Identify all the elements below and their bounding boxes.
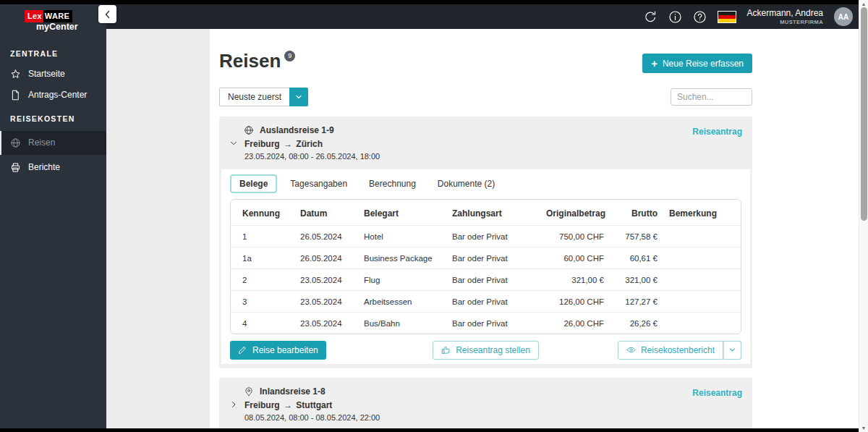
trip-dates: 08.05.2024, 08:00 - 08.05.2024, 22:00 [244,413,692,422]
col-header: Zahlungsart [452,208,546,219]
trip-count-badge: 9 [284,51,295,62]
card-footer-strip [219,364,752,368]
tab-berechnung[interactable]: Berechnung [360,175,425,192]
trip-info: Inlandsreise 1-8 Freiburg → Stuttgart 08… [244,386,692,422]
trip-route: Freiburg → Zürich [244,139,692,149]
back-button[interactable] [98,5,116,23]
reiseantrag-link[interactable]: Reiseantrag [692,127,742,137]
table-row[interactable]: 3 23.05.2024 Arbeitsessen Bar oder Priva… [231,290,741,312]
sort-value: Neuste zuerst [219,88,289,106]
sidebar-nav: ZENTRALE Startseite Antrags-Center REISE… [0,41,106,178]
main-area: Reisen9 + Neue Reise erfassen Neuste zue… [106,29,859,428]
top-header-bar: Ackermann, Andrea MUSTERFIRMA AA [106,4,859,29]
trip-dates: 23.05.2024, 08:00 - 26.05.2024, 18:00 [244,152,692,161]
logo-lex: Lex [25,10,43,22]
page-title: Reisen [219,50,281,72]
plus-icon: + [651,58,658,69]
trip-tabs: Belege Tagesangaben Berechnung Dokumente… [230,174,741,193]
trip-route: Freiburg → Stuttgart [244,400,692,410]
user-name: Ackermann, Andrea [747,8,823,18]
table-row[interactable]: 2 23.05.2024 Flug Bar oder Privat 321,00… [231,268,741,290]
vertical-scrollbar[interactable]: ▲ ▼ [859,0,868,432]
col-header: Belegart [364,208,452,219]
user-block: Ackermann, Andrea MUSTERFIRMA [747,8,823,25]
language-flag-german[interactable] [718,11,736,23]
trip-card-header[interactable]: Auslandsreise 1-9 Freiburg → Zürich 23.0… [219,117,752,169]
printer-icon [10,162,21,173]
sidebar-item-label: Startseite [28,69,65,79]
document-icon [10,90,21,101]
sidebar-item-antrags-center[interactable]: Antrags-Center [0,85,106,106]
pencil-icon [238,345,247,355]
eye-icon [626,345,636,355]
travel-report-button[interactable]: Reisekostenbericht [618,341,723,360]
scroll-up-arrow[interactable]: ▲ [859,1,868,7]
tab-tagesangaben[interactable]: Tagesangaben [281,175,356,192]
star-icon [10,69,21,80]
sidebar-item-berichte[interactable]: Berichte [0,157,106,178]
lexware-logo: LexWARE myCenter [0,4,106,32]
expand-toggle[interactable] [224,400,244,409]
new-trip-button[interactable]: + Neue Reise erfassen [642,54,752,73]
content-panel: Reisen9 + Neue Reise erfassen Neuste zue… [210,29,859,428]
globe-icon [10,137,21,148]
report-split-button: Reisekostenbericht [618,341,741,360]
col-header: Kennung [242,208,300,219]
chevron-down-icon [728,346,736,354]
edit-trip-button[interactable]: Reise bearbeiten [230,341,326,360]
arrow-right-icon: → [282,400,294,410]
scroll-down-arrow[interactable]: ▼ [859,425,868,431]
thumbs-up-icon [441,345,451,355]
sidebar-item-reisen[interactable]: Reisen [0,131,106,155]
report-dropdown-button[interactable] [723,341,741,360]
avatar[interactable]: AA [834,7,853,26]
chevron-right-icon [229,400,238,409]
table-row[interactable]: 4 23.05.2024 Bus/Bahn Bar oder Privat 26… [231,312,741,334]
chevron-down-icon [229,139,238,148]
col-header: Brutto [604,208,658,219]
trip-card-header[interactable]: Inlandsreise 1-8 Freiburg → Stuttgart 08… [219,378,752,428]
refresh-icon[interactable] [644,10,658,24]
chevron-left-icon [103,9,113,20]
trip-info: Auslandsreise 1-9 Freiburg → Zürich 23.0… [244,125,692,161]
reiseantrag-link[interactable]: Reiseantrag [692,388,742,398]
nav-section-zentrale: ZENTRALE [0,41,106,64]
trip-card-body: Belege Tagesangaben Berechnung Dokumente… [221,169,750,364]
trip-card-inlandsreise-1-8: Inlandsreise 1-8 Freiburg → Stuttgart 08… [219,378,752,428]
help-icon[interactable] [693,10,707,24]
location-pin-icon [244,386,254,397]
logo-ware: WARE [43,10,72,22]
logo-mycenter: myCenter [36,22,106,32]
trip-title: Inlandsreise 1-8 [260,386,326,397]
info-icon[interactable] [668,10,682,24]
receipts-table: Kennung Datum Belegart Zahlungsart Origi… [230,199,741,334]
tab-dokumente[interactable]: Dokumente (2) [429,175,503,192]
globe-icon [244,125,254,135]
sidebar: LexWARE myCenter ZENTRALE Startseite Ant… [0,4,106,428]
user-company: MUSTERFIRMA [747,19,823,25]
chevron-down-icon [294,93,303,101]
table-row[interactable]: 1a 26.05.2024 Business Package Bar oder … [231,247,741,268]
sort-dropdown-button[interactable] [289,88,308,106]
table-header-row: Kennung Datum Belegart Zahlungsart Origi… [231,200,741,225]
col-header: Datum [300,208,364,219]
trip-card-auslandsreise-1-9: Auslandsreise 1-9 Freiburg → Zürich 23.0… [219,117,752,368]
nav-section-reisekosten: REISEKOSTEN [0,106,106,129]
scrollbar-thumb[interactable] [861,7,867,221]
tab-belege[interactable]: Belege [230,174,277,193]
window-bottom-edge [0,428,859,432]
col-header: Bemerkung [658,208,729,219]
card-actions: Reise bearbeiten Reiseantrag stellen [230,340,741,360]
sidebar-item-label: Reisen [28,137,55,148]
sidebar-item-label: Antrags-Center [28,90,87,100]
sidebar-item-startseite[interactable]: Startseite [0,64,106,85]
search-input[interactable] [671,88,752,106]
arrow-right-icon: → [282,139,294,149]
table-row[interactable]: 1 26.05.2024 Hotel Bar oder Privat 750,0… [231,225,741,247]
col-header: Originalbetrag [546,208,604,219]
trip-title: Auslandsreise 1-9 [260,125,334,135]
collapse-toggle[interactable] [224,139,244,148]
sort-dropdown[interactable]: Neuste zuerst [219,88,308,106]
sidebar-item-label: Berichte [28,162,60,172]
submit-request-button[interactable]: Reiseantrag stellen [433,341,539,360]
